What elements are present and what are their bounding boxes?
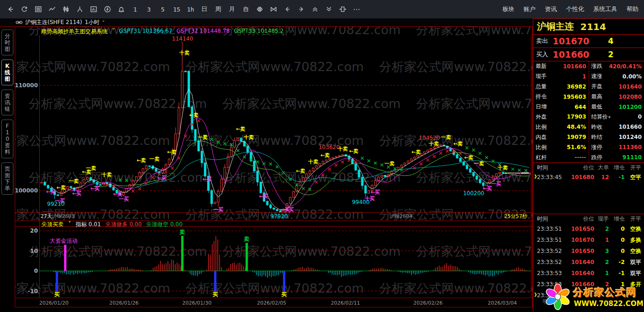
cell: 23:33:51 [533, 226, 566, 232]
sub-indicator-dropdown-icon[interactable] [68, 221, 71, 228]
candle [411, 159, 412, 161]
flip-icon[interactable] [268, 3, 280, 15]
candle [197, 141, 199, 151]
sell-marker: 十卖 [179, 50, 190, 56]
stat-value: 101660 [619, 124, 642, 130]
sidebar-item-F10资料[interactable]: F10资料 [1, 120, 13, 158]
sell-marker: 十卖 [101, 172, 112, 178]
cell: -1 [609, 270, 625, 276]
more-icon[interactable] [351, 3, 363, 15]
candle [161, 169, 163, 173]
stat-value: 101640 [619, 84, 642, 90]
indicator-system-name[interactable]: 顺势高频抄单主图交易系统 [41, 28, 107, 36]
cell: 双平 [625, 270, 643, 277]
settlement-dropdown[interactable]: 结算价 [591, 113, 611, 121]
period-button-周[interactable]: 周 [212, 3, 224, 15]
column-header-开平: 开平 [625, 215, 643, 223]
menu-板块[interactable]: 板块 [502, 5, 514, 13]
stats-right-column: 涨跌420/0.41%速涨0.00%开盘101640最高102080最低1012… [589, 61, 644, 162]
stat-label: 现手 [536, 72, 547, 80]
period-button-15[interactable]: 15 [171, 3, 183, 15]
period-button-月[interactable]: 月 [226, 3, 238, 15]
buy-marker: 一买 [213, 207, 223, 213]
candle [224, 168, 226, 180]
cell: 空换 [625, 225, 643, 233]
candle [319, 163, 321, 166]
table-row: 23:33:4510168012-1空平 [533, 172, 644, 182]
watermark-text: 分析家公式网www.70822.com [379, 281, 533, 295]
candle [44, 182, 46, 185]
sidebar-item-分时图[interactable]: 分时图 [1, 30, 13, 55]
candle [214, 202, 216, 204]
indicator-icon[interactable] [74, 3, 86, 15]
tab-period-label[interactable]: 1小时 [85, 18, 100, 26]
alert-bell-icon[interactable] [115, 3, 127, 15]
nav-right-icon[interactable] [295, 3, 307, 15]
menu-帮助[interactable]: 帮助 [626, 5, 638, 13]
chart-panel-icon[interactable] [88, 3, 100, 15]
sidebar-item-K线图[interactable]: K线图 [1, 60, 13, 85]
stat-row-涨停: 涨停111360 [589, 142, 644, 152]
sub-param3-value: 0.00 [170, 221, 183, 228]
stat-row-开盘: 开盘101640 [589, 82, 644, 92]
indicator-dropdown-icon[interactable] [112, 28, 115, 36]
stat-value: 1 [582, 73, 586, 80]
candle [302, 178, 304, 182]
watermark-text: 分析家公式网www.70822.com [29, 244, 207, 258]
table-row: 23:33:5110167010多换 [533, 234, 644, 246]
stat-row-涨跌: 涨跌420/0.41% [589, 61, 644, 72]
period-button-1[interactable]: 1 [129, 3, 141, 15]
candle [256, 171, 258, 182]
candle [407, 161, 409, 163]
candle [499, 172, 501, 174]
back-icon[interactable] [5, 3, 17, 15]
tab-period-dropdown-icon[interactable] [102, 19, 105, 26]
quote-list-icon[interactable] [32, 3, 44, 15]
collapse-up-icon[interactable] [309, 3, 321, 15]
candle [325, 160, 327, 161]
nav-left-icon[interactable] [281, 3, 293, 15]
candle [142, 169, 144, 173]
date-label: 2026/02/11 [331, 300, 360, 306]
bid-row[interactable]: 买入 101660 2 [533, 48, 644, 61]
sidebar-item-页面下单[interactable]: 页面下单 [1, 162, 13, 195]
candle [86, 178, 88, 180]
period-button-1h[interactable]: 1h [185, 3, 197, 15]
candle [289, 198, 291, 204]
ask-row[interactable]: 卖出 101670 4 [533, 35, 644, 48]
period-button-5[interactable]: 5 [157, 3, 169, 15]
candle [83, 180, 85, 183]
period-button-自[interactable]: 自 [240, 3, 252, 15]
sell-marker: ←卖 [189, 112, 198, 118]
cell: 多换 [625, 236, 643, 244]
stat-value: 0.00% [622, 73, 642, 80]
menu-系统工具[interactable]: 系统工具 [593, 5, 617, 13]
candle [414, 157, 416, 159]
tab-symbol-label[interactable]: 沪铜主连(SHFE 2114) [25, 18, 82, 26]
date-label: 2026/03/04 [488, 300, 517, 306]
candle [502, 172, 504, 173]
stat-label: 总量 [536, 83, 547, 90]
line-chart-icon[interactable] [46, 3, 58, 15]
refresh-icon[interactable] [18, 3, 30, 15]
menu-资讯[interactable]: 资讯 [545, 5, 557, 13]
stat-value: 91110 [622, 154, 642, 161]
buy-marker: ←买 [46, 189, 55, 195]
period-button-日[interactable]: 日 [198, 3, 210, 15]
collapse-down-icon[interactable] [323, 3, 335, 15]
menu-账户[interactable]: 账户 [524, 5, 536, 13]
sub-indicator-name[interactable]: 尖顶买卖 [42, 221, 64, 228]
period-button-3[interactable]: 3 [143, 3, 155, 15]
turbo-icon[interactable] [101, 3, 113, 15]
menu-个性化[interactable]: 个性化 [566, 5, 584, 13]
price-label: 114140 [172, 36, 193, 42]
candlestick-icon[interactable] [60, 3, 72, 15]
main-chart-canvas[interactable]: 分析家公式网www.70822.com分析家公式网www.70822.com分析… [15, 27, 533, 312]
compare-icon[interactable] [254, 3, 266, 15]
candle [358, 170, 360, 177]
column-header-时间: 时间 [533, 164, 566, 172]
add-window-icon[interactable] [337, 3, 349, 15]
sidebar-item-资讯链[interactable]: 资讯链 [1, 90, 13, 115]
candle [312, 168, 314, 171]
cell: 101650 [566, 248, 594, 254]
